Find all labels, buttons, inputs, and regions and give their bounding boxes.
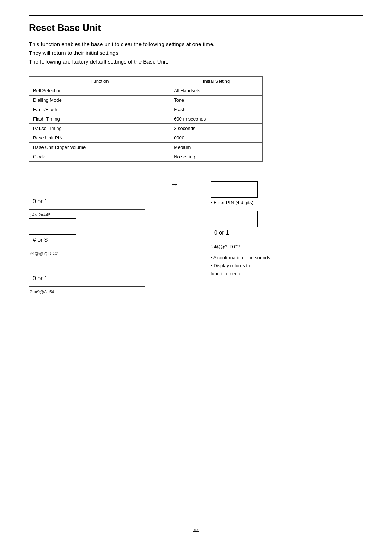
table-cell-value: 600 m seconds — [170, 114, 263, 124]
table-cell-function: Base Unit Ringer Volume — [29, 143, 170, 152]
right-display-box-2 — [211, 211, 258, 227]
right-step-2: 0 or 1 — [211, 211, 363, 236]
table-row: Dialling ModeTone — [29, 96, 263, 105]
right-step-1: • Enter PIN (4 digits). — [211, 181, 363, 205]
right-bullets: A confirmation tone sounds. Display retu… — [211, 254, 363, 278]
table-cell-function: Flash Timing — [29, 114, 170, 124]
divider-2 — [29, 248, 145, 248]
display-box-1-text — [51, 187, 54, 189]
step-block-1: 0 or 1 — [29, 180, 167, 205]
table-header-function: Function — [29, 77, 170, 86]
intro-text: This function enables the base unit to c… — [29, 40, 363, 66]
step-block-3: 0 or 1 — [29, 257, 167, 282]
divider-1 — [29, 209, 145, 210]
diagram-area: 0 or 1 ; 4< 2=445 # or $ 24@@?; D C2 0 o… — [29, 180, 363, 295]
display-box-1 — [29, 180, 76, 196]
right-divider-1 — [211, 242, 283, 242]
table-row: Base Unit Ringer VolumeMedium — [29, 143, 263, 152]
display-box-3-text — [51, 264, 54, 266]
diagram-right: → • Enter PIN (4 digits). 0 or 1 24@@?; … — [167, 180, 363, 278]
right-step-sub-1: 24@@?; D C2 — [211, 244, 363, 249]
table-row: Bell SelectionAll Handsets — [29, 86, 263, 96]
intro-line-2: They will return to their initial settin… — [29, 50, 120, 56]
step-label-2: # or $ — [33, 237, 167, 243]
table-cell-function: Bell Selection — [29, 86, 170, 96]
step-sub-1: ; 4< 2=445 — [30, 212, 167, 218]
table-row: Flash Timing600 m seconds — [29, 114, 263, 124]
table-cell-value: All Handsets — [170, 86, 263, 96]
table-cell-value: 0000 — [170, 133, 263, 143]
page: Reset Base Unit This function enables th… — [0, 0, 392, 548]
table-cell-function: Clock — [29, 152, 170, 162]
table-row: Pause Timing3 seconds — [29, 124, 263, 133]
enter-pin-text: • Enter PIN (4 digits). — [211, 200, 363, 205]
page-title: Reset Base Unit — [29, 22, 363, 33]
table-row: ClockNo setting — [29, 152, 263, 162]
page-number: 44 — [193, 528, 199, 533]
arrow-icon: → — [171, 180, 179, 189]
table-cell-value: No setting — [170, 152, 263, 162]
table-cell-function: Dialling Mode — [29, 96, 170, 105]
table-cell-function: Earth/Flash — [29, 105, 170, 114]
divider-3 — [29, 286, 145, 287]
table-cell-value: Medium — [170, 143, 263, 152]
right-step-label-1: 0 or 1 — [214, 230, 363, 236]
intro-line-1: This function enables the base unit to c… — [29, 41, 215, 47]
table-cell-value: 3 seconds — [170, 124, 263, 133]
table-row: Earth/FlashFlash — [29, 105, 263, 114]
step-label-1: 0 or 1 — [33, 198, 167, 205]
bullet-2: Display returns tofunction menu. — [211, 262, 363, 278]
display-box-3 — [29, 257, 76, 273]
step-label-3: 0 or 1 — [33, 275, 167, 282]
table-row: Base Unit PIN0000 — [29, 133, 263, 143]
display-box-2 — [29, 218, 76, 235]
top-border — [29, 15, 363, 16]
intro-line-3: The following are factory default settin… — [29, 58, 168, 65]
table-cell-function: Base Unit PIN — [29, 133, 170, 143]
settings-table: Function Initial Setting Bell SelectionA… — [29, 76, 263, 162]
table-cell-value: Flash — [170, 105, 263, 114]
table-cell-function: Pause Timing — [29, 124, 170, 133]
diagram-left: 0 or 1 ; 4< 2=445 # or $ 24@@?; D C2 0 o… — [29, 180, 167, 295]
bullet-1: A confirmation tone sounds. — [211, 254, 363, 262]
display-box-2-text — [51, 226, 54, 227]
right-display-box-1 — [211, 181, 258, 198]
step-block-2: # or $ — [29, 218, 167, 243]
step-sub-2: 24@@?; D C2 — [30, 251, 167, 256]
table-header-initial: Initial Setting — [170, 77, 263, 86]
table-cell-value: Tone — [170, 96, 263, 105]
step-sub-3: ?; =9@A. 54 — [30, 289, 167, 295]
